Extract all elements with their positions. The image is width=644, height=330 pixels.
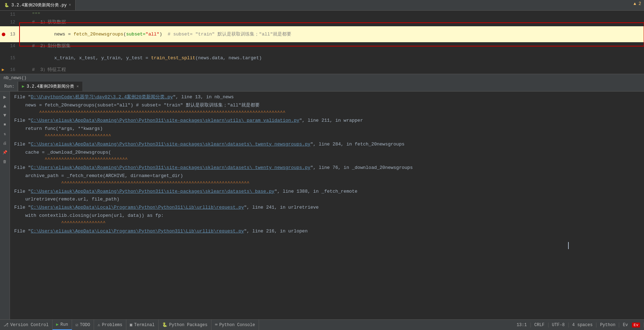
output-carets-5: ^^^^^^^^^^^^^^^^ <box>14 220 640 227</box>
line-text: news = fetch_20newsgroups(subset="all") … <box>43 32 291 37</box>
run-clear-btn[interactable]: 🗑 <box>1 158 9 165</box>
line-num-14: 14 <box>0 42 20 50</box>
output-carets-3: ^^^^^^^^^^^^^^^^^^^^^^^^^^^^^^ <box>14 156 640 164</box>
ev-badge: Ev <box>632 323 640 328</box>
run-label: Run: <box>1 82 18 91</box>
run-stop-btn[interactable]: ■ <box>1 121 9 128</box>
output-line-8: archive_path = _fetch_remote(ARCHIVE, di… <box>14 172 640 187</box>
line-text: x_train, x_test, y_train, y_test = train… <box>43 55 262 61</box>
warning-badge: ▲ 2 <box>633 1 641 6</box>
output-line-12: with contextlib.closing(urlopen(url, dat… <box>14 212 640 227</box>
line-num-text: 13 <box>10 32 15 37</box>
footer-text: nb_news() <box>4 76 27 81</box>
ev-indicator[interactable]: Ev Ev <box>619 323 644 328</box>
run-play-btn[interactable]: ▶ <box>1 93 9 101</box>
output-p: File "C:\Users\eliauk\AppData\Roaming\Py… <box>14 117 640 125</box>
line-num-11: 11 <box>0 11 20 18</box>
run-tab[interactable]: ▶ 3.2.4案例20类新闻分类 × <box>18 82 82 91</box>
output-code-5: urlretrieve(remote.url, file_path) <box>14 196 640 203</box>
encoding-text: CRLF <box>534 323 545 328</box>
encoding-indicator: CRLF <box>531 323 549 328</box>
py-file-icon: 🐍 <box>4 3 9 7</box>
todo-label: TODO <box>80 323 90 328</box>
breakpoint-indicator <box>2 33 5 36</box>
editor-tab-bar: 🐍 3.2.4案例20类新闻分类.py × ▲ 2 <box>0 0 644 11</box>
version-control-label: Version Control <box>10 323 49 328</box>
run-panel: Run: ▶ 3.2.4案例20类新闻分类 × ▶ ▲ ▼ ■ ⇅ 🖨 📌 🗑 … <box>0 82 644 319</box>
output-line-11: File "C:\Users\eliauk\AppData\Local\Prog… <box>14 204 640 211</box>
file-link-5[interactable]: C:\Users\eliauk\AppData\Roaming\Python\P… <box>31 189 275 194</box>
output-p: File "C:\Users\eliauk\AppData\Roaming\Py… <box>14 164 640 172</box>
line-content-11[interactable]: """ <box>20 11 644 18</box>
terminal-btn[interactable]: ▣ Terminal <box>126 320 159 330</box>
terminal-label: Terminal <box>134 323 155 328</box>
run-scroll-down-btn[interactable]: ▼ <box>1 111 9 119</box>
indent-text: 4 spaces <box>572 323 593 328</box>
todo-btn[interactable]: ☑ TODO <box>72 320 94 330</box>
file-link-2[interactable]: C:\Users\eliauk\AppData\Roaming\Python\P… <box>31 118 299 123</box>
python-packages-btn[interactable]: 🐍 Python Packages <box>159 320 211 330</box>
code-line-16: ▶ 16 # 3）特征工程 <box>0 66 644 74</box>
run-print-btn[interactable]: 🖨 <box>1 139 9 147</box>
output-line-4: return func(*args, **kwargs) ^^^^^^^^^^^… <box>14 125 640 140</box>
position-text: 13:1 <box>517 323 527 328</box>
line-content-16[interactable]: # 3）特征工程 <box>20 66 644 74</box>
cursor-area <box>14 242 569 249</box>
output-carets-1: ^^^^^^^^^^^^^^^^^^^^^^^^^^^^^^^^^^^^^^^^… <box>14 109 640 117</box>
python-console-btn[interactable]: ⌨ Python Console <box>211 320 259 330</box>
status-bar: ⎇ Version Control ▶ Run ☑ TODO ⚠ Problem… <box>0 319 644 330</box>
output-line-7: File "C:\Users\eliauk\AppData\Roaming\Py… <box>14 164 640 172</box>
output-line-3: File "C:\Users\eliauk\AppData\Roaming\Py… <box>14 117 640 125</box>
run-status-icon: ▶ <box>56 322 59 327</box>
editor-tab-close[interactable]: × <box>69 3 71 7</box>
version-control-btn[interactable]: ⎇ Version Control <box>0 320 53 330</box>
output-line-6: cache = _download_20newsgroups( ^^^^^^^^… <box>14 149 640 164</box>
output-line-9: File "C:\Users\eliauk\AppData\Roaming\Py… <box>14 188 640 196</box>
terminal-icon: ▣ <box>130 322 132 328</box>
file-link-1[interactable]: D:\U\pythonCode\机器学习\day02\3.2.4案例20类新闻分… <box>31 94 173 100</box>
line-num-text: 11 <box>10 12 15 17</box>
output-code-6: with contextlib.closing(urlopen(url, dat… <box>14 212 640 220</box>
run-pin-btn[interactable]: 📌 <box>1 148 9 156</box>
output-p: File "C:\Users\eliauk\AppData\Local\Prog… <box>14 228 640 235</box>
line-text: """ <box>21 12 40 17</box>
status-right: 13:1 CRLF UTF-8 4 spaces Python Ev Ev <box>513 323 644 328</box>
problems-icon: ⚠ <box>98 322 100 328</box>
output-carets-2: ^^^^^^^^^^^^^^^^^^^^^^^^ <box>14 133 640 140</box>
run-status-label: Run <box>60 322 68 327</box>
indent-indicator[interactable]: 4 spaces <box>569 323 597 328</box>
python-packages-label: Python Packages <box>169 323 208 328</box>
output-carets-4: ^^^^^^^^^^^^^^^^^^^^^^^^^^^^^^^^^^^^^^^^… <box>14 180 640 187</box>
line-num-12: 12 <box>0 18 20 26</box>
charset-indicator[interactable]: UTF-8 <box>549 323 569 328</box>
line-num-text: 14 <box>10 44 15 49</box>
run-content: ▶ ▲ ▼ ■ ⇅ 🖨 📌 🗑 File "D:\U\pythonCode\机器… <box>0 92 644 319</box>
run-tab-bar: Run: ▶ 3.2.4案例20类新闻分类 × <box>0 82 644 92</box>
line-num-15: 15 <box>0 54 20 62</box>
editor-tab[interactable]: 🐍 3.2.4案例20类新闻分类.py × <box>0 0 76 10</box>
line-text: # 3）特征工程 <box>21 67 66 72</box>
line-num-text: 12 <box>10 20 15 25</box>
file-link-4[interactable]: C:\Users\eliauk\AppData\Roaming\Python\P… <box>31 165 310 170</box>
output-line-1: File "D:\U\pythonCode\机器学习\day02\3.2.4案例… <box>14 94 640 101</box>
problems-btn[interactable]: ⚠ Problems <box>94 320 126 330</box>
editor-tab-label: 3.2.4案例20类新闻分类.py <box>11 2 67 8</box>
output-line-13: File "C:\Users\eliauk\AppData\Local\Prog… <box>14 228 640 235</box>
run-tab-close[interactable]: × <box>76 84 79 89</box>
position-indicator: 13:1 <box>513 323 531 328</box>
problems-label: Problems <box>102 323 122 328</box>
code-line-15: 15 x_train, x_test, y_train, y_test = tr… <box>0 50 644 66</box>
file-link-7[interactable]: C:\Users\eliauk\AppData\Local\Programs\P… <box>31 229 244 234</box>
run-scroll-up-btn[interactable]: ▲ <box>1 102 9 110</box>
output-p: File "C:\Users\eliauk\AppData\Roaming\Py… <box>14 141 640 148</box>
run-status-btn[interactable]: ▶ Run <box>53 320 72 330</box>
file-link-6[interactable]: C:\Users\eliauk\AppData\Local\Programs\P… <box>31 205 244 210</box>
line-num-13: 13 <box>0 31 20 38</box>
run-tab-label: 3.2.4案例20类新闻分类 <box>27 83 74 89</box>
output-p: File "C:\Users\eliauk\AppData\Local\Prog… <box>14 204 640 211</box>
output-line-5: File "C:\Users\eliauk\AppData\Roaming\Py… <box>14 141 640 148</box>
file-link-3[interactable]: C:\Users\eliauk\AppData\Roaming\Python\P… <box>31 142 310 147</box>
run-sort-btn[interactable]: ⇅ <box>1 130 9 138</box>
run-output[interactable]: File "D:\U\pythonCode\机器学习\day02\3.2.4案例… <box>10 92 644 319</box>
lang-indicator[interactable]: Python <box>596 323 619 328</box>
